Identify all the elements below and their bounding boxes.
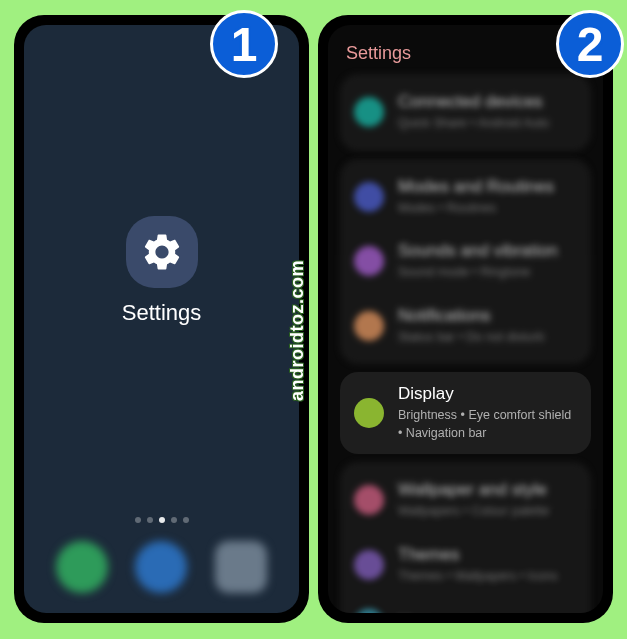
row-title: Sounds and vibration bbox=[398, 241, 577, 261]
settings-list[interactable]: Connected devices Quick Share • Android … bbox=[328, 74, 603, 613]
row-title: Modes and Routines bbox=[398, 177, 577, 197]
dock bbox=[24, 535, 299, 613]
row-title: Wallpaper and style bbox=[398, 480, 577, 500]
row-title: Connected devices bbox=[398, 92, 577, 112]
phone-1-screen: Settings bbox=[24, 25, 299, 613]
row-subtitle: Wallpapers • Colour palette bbox=[398, 503, 577, 521]
home-screen-center: Settings bbox=[24, 25, 299, 517]
settings-row-wallpaper[interactable]: Wallpaper and style Wallpapers • Colour … bbox=[340, 468, 591, 533]
settings-group: Wallpaper and style Wallpapers • Colour … bbox=[340, 462, 591, 613]
gear-icon bbox=[140, 230, 184, 274]
row-title: Display bbox=[398, 384, 577, 404]
settings-group-highlight: Display Brightness • Eye comfort shield … bbox=[340, 372, 591, 454]
row-subtitle: Quick Share • Android Auto bbox=[398, 115, 577, 133]
settings-app-icon[interactable] bbox=[126, 216, 198, 288]
settings-row-connected-devices[interactable]: Connected devices Quick Share • Android … bbox=[340, 80, 591, 145]
phone-2-screen: Settings Connected devices Quick Share •… bbox=[328, 25, 603, 613]
modes-icon bbox=[354, 182, 384, 212]
settings-group: Modes and Routines Modes • Routines Soun… bbox=[340, 159, 591, 365]
settings-group: Connected devices Quick Share • Android … bbox=[340, 74, 591, 151]
sounds-icon bbox=[354, 246, 384, 276]
watermark: androidtoz.com bbox=[287, 260, 308, 401]
messages-icon[interactable] bbox=[135, 541, 187, 593]
settings-row-modes-routines[interactable]: Modes and Routines Modes • Routines bbox=[340, 165, 591, 230]
connected-devices-icon bbox=[354, 97, 384, 127]
row-subtitle: Sound mode • Ringtone bbox=[398, 264, 577, 282]
apps-icon[interactable] bbox=[215, 541, 267, 593]
phone-frame-1: Settings bbox=[14, 15, 309, 623]
step-badge-1: 1 bbox=[210, 10, 278, 78]
row-subtitle: Modes • Routines bbox=[398, 200, 577, 218]
row-subtitle: Status bar • Do not disturb bbox=[398, 329, 577, 347]
row-title: Notifications bbox=[398, 306, 577, 326]
home-screen-icon bbox=[354, 609, 384, 613]
settings-row-display[interactable]: Display Brightness • Eye comfort shield … bbox=[340, 372, 591, 454]
row-subtitle: Brightness • Eye comfort shield • Naviga… bbox=[398, 407, 577, 442]
phone-frame-2: Settings Connected devices Quick Share •… bbox=[318, 15, 613, 623]
row-title: Home screen bbox=[398, 613, 577, 614]
notifications-icon bbox=[354, 311, 384, 341]
wallpaper-icon bbox=[354, 485, 384, 515]
settings-row-notifications[interactable]: Notifications Status bar • Do not distur… bbox=[340, 294, 591, 359]
settings-row-themes[interactable]: Themes Themes • Wallpapers • Icons bbox=[340, 533, 591, 598]
themes-icon bbox=[354, 550, 384, 580]
step-badge-2: 2 bbox=[556, 10, 624, 78]
settings-row-home-screen[interactable]: Home screen bbox=[340, 597, 591, 613]
settings-row-sounds[interactable]: Sounds and vibration Sound mode • Ringto… bbox=[340, 229, 591, 294]
page-indicator bbox=[24, 517, 299, 523]
settings-app-label: Settings bbox=[122, 300, 202, 326]
phone-icon[interactable] bbox=[56, 541, 108, 593]
row-title: Themes bbox=[398, 545, 577, 565]
row-subtitle: Themes • Wallpapers • Icons bbox=[398, 568, 577, 586]
display-icon bbox=[354, 398, 384, 428]
